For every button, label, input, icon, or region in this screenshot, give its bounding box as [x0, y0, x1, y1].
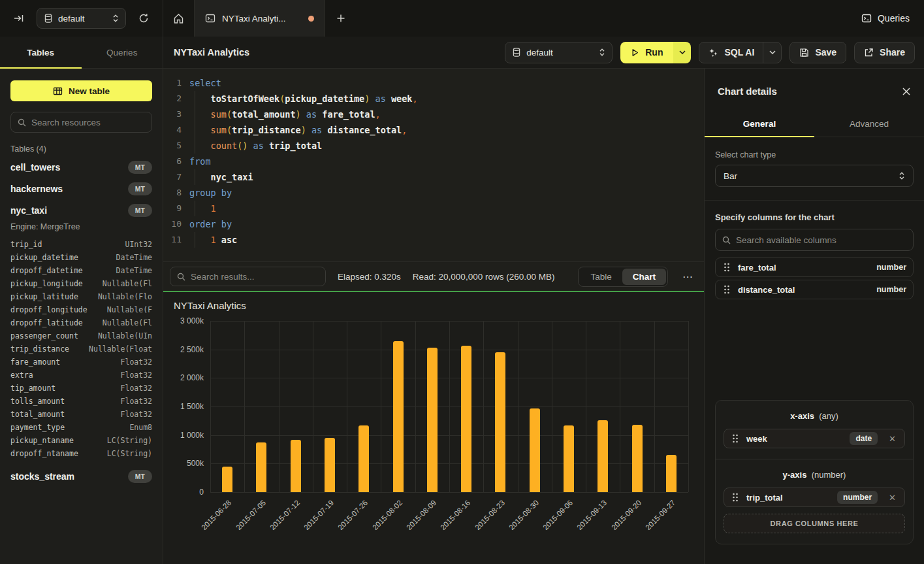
view-toggle: Table Chart	[578, 267, 668, 287]
bar	[564, 425, 574, 492]
close-icon[interactable]	[902, 87, 911, 96]
gridline	[654, 321, 655, 492]
play-icon	[631, 48, 639, 57]
table-icon	[53, 86, 63, 96]
share-button[interactable]: Share	[854, 42, 915, 63]
sidebar-tab-tables[interactable]: Tables	[0, 37, 82, 68]
x-tick-label: 2015-09-20	[610, 499, 643, 531]
axis-column-chip[interactable]: weekdate✕	[724, 429, 905, 448]
collapse-sidebar-button[interactable]	[9, 8, 29, 28]
available-column-chip[interactable]: distance_totalnumber	[715, 280, 914, 299]
table-item-nyc_taxi[interactable]: nyc_taxiMT	[10, 199, 152, 221]
run-button[interactable]: Run	[620, 42, 673, 63]
bar	[291, 440, 301, 492]
results-bar: Elapsed: 0.320s Read: 20,000,000 rows (2…	[163, 261, 704, 291]
table-item-hackernews[interactable]: hackernewsMT	[10, 178, 152, 199]
x-tick-label: 2015-09-13	[576, 499, 609, 531]
sidebar-tab-queries[interactable]: Queries	[82, 37, 163, 68]
remove-icon[interactable]: ✕	[885, 493, 899, 503]
column-row: total_amountFloat32	[10, 408, 152, 421]
column-row: dropoff_latitudeNullable(Fl	[10, 316, 152, 329]
y-axis-chips: trip_totalnumber✕	[724, 488, 905, 507]
column-row: dropoff_datetimeDateTime	[10, 264, 152, 277]
results-search-input[interactable]	[191, 272, 319, 282]
gridline	[313, 321, 313, 492]
resources-search[interactable]	[10, 112, 152, 133]
home-tab-button[interactable]	[163, 0, 195, 37]
sql-ai-options-button[interactable]	[763, 42, 781, 63]
drop-zone[interactable]: DRAG COLUMNS HERE	[724, 514, 905, 533]
bar	[325, 438, 335, 492]
gridline	[586, 321, 586, 492]
save-button[interactable]: Save	[789, 42, 846, 63]
table-item-cell_towers[interactable]: cell_towersMT	[10, 156, 152, 178]
line-number: 10	[163, 216, 182, 232]
x-axis-chips: weekdate✕	[724, 429, 905, 448]
drag-handle-icon[interactable]	[724, 285, 730, 294]
gridline	[449, 321, 450, 492]
remove-icon[interactable]: ✕	[885, 434, 899, 444]
y-tick-label: 2 500k	[180, 345, 204, 354]
column-row: dropoff_longitudeNullable(F	[10, 303, 152, 316]
y-axis-section: y-axis (number) trip_totalnumber✕ DRAG C…	[716, 459, 913, 544]
view-toggle-chart[interactable]: Chart	[622, 269, 666, 285]
header-database-selector[interactable]: default	[505, 42, 613, 63]
columns-search[interactable]	[715, 229, 914, 251]
code-line: 6from	[163, 154, 704, 169]
drag-handle-icon[interactable]	[732, 493, 739, 502]
sql-editor[interactable]: 1select2 toStartOfWeek(pickup_datetime) …	[163, 69, 704, 261]
tab-advanced[interactable]: Advanced	[814, 111, 924, 137]
line-number: 2	[163, 91, 182, 107]
gridline	[415, 321, 416, 492]
more-options-button[interactable]: ⋯	[680, 271, 696, 283]
chart-type-select[interactable]: Bar	[715, 165, 914, 187]
bar	[256, 442, 266, 492]
line-number: 3	[163, 107, 182, 122]
available-columns-list: fare_totalnumberdistance_totalnumber	[715, 257, 914, 299]
code-line: 3 sum(total_amount) as fare_total,	[163, 107, 704, 122]
run-options-button[interactable]	[673, 42, 691, 63]
axes-box: x-axis (any) weekdate✕ y-axis (number) t…	[715, 400, 914, 544]
code-line: 2 toStartOfWeek(pickup_datetime) as week…	[163, 91, 704, 107]
code-line: 4 sum(trip_distance) as distance_total,	[163, 122, 704, 138]
queries-button-label: Queries	[878, 13, 910, 24]
axis-column-chip[interactable]: trip_totalnumber✕	[724, 488, 905, 507]
column-row: trip_distanceNullable(Float	[10, 342, 152, 356]
column-row: passenger_countNullable(UIn	[10, 329, 152, 342]
chevron-down-icon	[679, 50, 686, 54]
y-tick-label: 500k	[187, 459, 204, 468]
tables-list: cell_towersMThackernewsMTnyc_taxiMTEngin…	[10, 156, 152, 487]
chart-details-body: Select chart type Bar Specify columns fo…	[705, 137, 924, 564]
results-search[interactable]	[170, 267, 326, 286]
y-tick-label: 0	[199, 488, 204, 497]
gridline	[210, 321, 211, 492]
view-toggle-table[interactable]: Table	[580, 269, 622, 285]
new-tab-button[interactable]	[325, 0, 357, 37]
new-table-button[interactable]: New table	[10, 80, 152, 101]
x-tick-label: 2015-06-28	[200, 499, 233, 531]
query-tab[interactable]: NYTaxi Analyti...	[195, 0, 325, 37]
y-tick-label: 2 000k	[180, 373, 204, 382]
database-selector[interactable]: default	[37, 8, 126, 29]
columns-search-input[interactable]	[736, 235, 906, 245]
query-header: NYTaxi Analytics default Run	[163, 37, 924, 68]
x-axis-label: x-axis	[790, 411, 814, 421]
drag-handle-icon[interactable]	[732, 434, 739, 443]
sql-ai-button[interactable]: SQL AI	[699, 42, 782, 63]
plus-icon	[336, 14, 345, 23]
content-row: New table Tables (4) cell_towersMThacker…	[0, 69, 924, 564]
tab-general[interactable]: General	[705, 111, 814, 137]
chart-details-tabs: General Advanced	[705, 111, 924, 137]
available-column-chip[interactable]: fare_totalnumber	[715, 257, 914, 277]
engine-badge: MT	[128, 204, 152, 217]
table-item-stocks_stream[interactable]: stocks_streamMT	[10, 465, 152, 487]
column-row: pickup_longitudeNullable(Fl	[10, 277, 152, 290]
chevron-updown-icon	[599, 48, 605, 57]
topbar-spacer	[357, 0, 847, 37]
resources-search-input[interactable]	[31, 118, 147, 127]
queries-button[interactable]: Queries	[847, 0, 924, 37]
drag-handle-icon[interactable]	[724, 263, 730, 272]
engine-badge: MT	[128, 470, 152, 483]
refresh-button[interactable]	[134, 8, 153, 28]
line-number: 6	[163, 154, 182, 169]
